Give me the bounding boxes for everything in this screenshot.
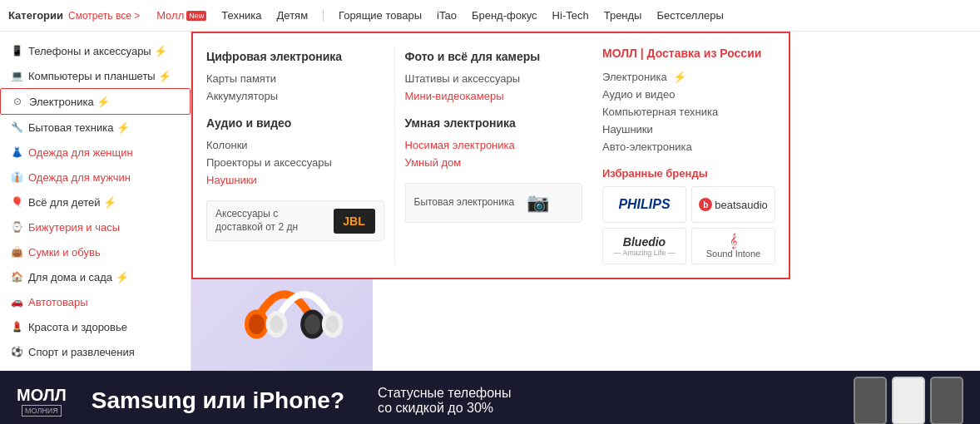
- bottom-banner-logo: МОЛЛ МОЛНИЯ: [17, 386, 67, 417]
- nav-item-kids[interactable]: Детям: [277, 9, 309, 22]
- smart-home-link[interactable]: Умный дом: [405, 154, 583, 171]
- philips-brand-card[interactable]: PHILIPS: [602, 186, 686, 223]
- digital-electronics-section: Цифровая электроника Карты памяти Аккуму…: [206, 50, 384, 105]
- dropdown-col-1: Цифровая электроника Карты памяти Аккуму…: [206, 47, 394, 264]
- lightning-icon-home: ⚡: [116, 271, 129, 283]
- nav-items: Молл New Техника Детям Горящие товары iT…: [156, 9, 724, 22]
- sidebar-item-auto[interactable]: 🚗 Автотовары: [0, 289, 191, 314]
- smart-electronics-title: Умная электроника: [405, 116, 583, 130]
- phone-mockup: [854, 377, 963, 424]
- tripods-link[interactable]: Штативы и аксессуары: [405, 70, 583, 87]
- nav-item-itao[interactable]: iTao: [437, 9, 457, 22]
- bottom-banner-right: [854, 377, 963, 424]
- lightning-icon-kids: ⚡: [103, 196, 116, 209]
- jbl-icon: JBL: [334, 209, 375, 234]
- dropdown-col-3: МОЛЛ | Доставка из России Электроника ⚡ …: [592, 47, 775, 264]
- sidebar-item-men[interactable]: 👔 Одежда для мужчин: [0, 165, 191, 190]
- sidebar-item-electronics[interactable]: ⊙ Электроника ⚡: [0, 88, 191, 115]
- memory-cards-link[interactable]: Карты памяти: [206, 70, 384, 87]
- nav-item-tech[interactable]: Техника: [221, 9, 261, 22]
- batteries-link[interactable]: Аккумуляторы: [206, 87, 384, 105]
- sidebar-item-bags[interactable]: 👜 Сумки и обувь: [0, 239, 191, 264]
- beauty-icon: 💄: [10, 320, 23, 333]
- jbl-brand-card[interactable]: Аксессуары с доставкой от 2 дн JBL: [206, 200, 384, 241]
- moll-title: МОЛЛ | Доставка из России: [602, 47, 775, 60]
- sidebar-item-sport[interactable]: ⚽ Спорт и развлечения: [0, 339, 191, 364]
- svg-point-7: [326, 316, 339, 333]
- moll-audio-link[interactable]: Аудио и видео: [602, 86, 775, 103]
- women-icon: 👗: [10, 145, 23, 159]
- sidebar-item-home[interactable]: 🏠 Для дома и сада ⚡: [0, 264, 191, 289]
- bottom-banner-heading: Samsung или iPhone?: [92, 387, 344, 414]
- bluedio-brand-card[interactable]: Bluedio — Amazing Life —: [602, 228, 686, 264]
- moll-computers-link[interactable]: Компьютерная техника: [602, 103, 775, 121]
- nav-item-hitech[interactable]: Hi-Tech: [552, 9, 589, 22]
- lightning-icon-appliances: ⚡: [116, 121, 130, 134]
- audio-video-section: Аудио и видео Колонки Проекторы и аксесс…: [206, 116, 384, 189]
- photo-title: Фото и всё для камеры: [405, 50, 583, 63]
- brands-section-title: Избранные бренды: [602, 167, 775, 180]
- sidebar-item-computers[interactable]: 💻 Компьютеры и планшеты ⚡: [0, 63, 191, 88]
- kids-icon: 🎈: [10, 195, 23, 209]
- sidebar-item-appliances[interactable]: 🔧 Бытовая техника ⚡: [0, 115, 191, 140]
- lightning-icon-computers: ⚡: [158, 70, 171, 82]
- headphones-link[interactable]: Наушники: [206, 171, 384, 189]
- sport-icon: ⚽: [10, 345, 23, 358]
- home-icon: 🏠: [10, 270, 23, 283]
- lightning-icon: ⚡: [673, 71, 686, 83]
- camera-brand-card[interactable]: Бытовая электроника 📷: [405, 183, 583, 223]
- beats-circle: b: [699, 198, 712, 211]
- moll-electronics-link[interactable]: Электроника ⚡: [602, 68, 775, 86]
- bluedio-logo: Bluedio — Amazing Life —: [613, 235, 676, 257]
- bottom-banner-description: Статусные телефоны со скидкой до 30%: [378, 386, 511, 416]
- see-all-link[interactable]: Смотреть все >: [68, 10, 140, 22]
- nav-item-hot[interactable]: Горящие товары: [339, 9, 422, 22]
- sidebar-item-women[interactable]: 👗 Одежда для женщин: [0, 140, 191, 165]
- minicam-link[interactable]: Мини-видеокамеры: [405, 87, 583, 105]
- lightning-icon-phones: ⚡: [154, 45, 167, 57]
- sidebar-item-phones[interactable]: 📱 Телефоны и аксессуары ⚡: [0, 38, 191, 63]
- computer-icon: 💻: [10, 69, 23, 82]
- top-navigation: Категории Смотреть все > Молл New Техник…: [0, 0, 980, 32]
- svg-point-3: [304, 314, 320, 334]
- nav-item-bestsellers[interactable]: Бестселлеры: [656, 9, 723, 22]
- beats-logo: b beatsaudio: [699, 198, 768, 211]
- speakers-link[interactable]: Колонки: [206, 136, 384, 154]
- smart-electronics-section: Умная электроника Носимая электроника Ум…: [405, 116, 583, 171]
- camera-icon: 📷: [521, 190, 554, 215]
- nav-separator-1: [323, 10, 324, 22]
- nav-item-trends[interactable]: Тренды: [604, 9, 642, 22]
- sidebar-item-beauty[interactable]: 💄 Красота и здоровье: [0, 314, 191, 339]
- electronics-icon: ⊙: [11, 95, 24, 108]
- sidebar-item-jewelry[interactable]: ⌚ Бижутерия и часы: [0, 214, 191, 239]
- photo-section: Фото и всё для камеры Штативы и аксессуа…: [405, 50, 583, 105]
- svg-point-5: [270, 316, 283, 333]
- phone-icon: 📱: [10, 44, 23, 57]
- main-container: 📱 Телефоны и аксессуары ⚡ 💻 Компьютеры и…: [0, 32, 980, 371]
- digital-electronics-title: Цифровая электроника: [206, 50, 384, 63]
- bottom-banner: МОЛЛ МОЛНИЯ Samsung или iPhone? Статусны…: [0, 371, 980, 424]
- appliance-icon: 🔧: [10, 121, 23, 134]
- white-phone: [892, 377, 925, 424]
- dropdown-panel: Цифровая электроника Карты памяти Аккуму…: [191, 32, 790, 279]
- nav-item-brand[interactable]: Бренд-фокус: [472, 9, 537, 22]
- auto-icon: 🚗: [10, 295, 23, 308]
- philips-logo: PHILIPS: [618, 197, 670, 212]
- wearable-link[interactable]: Носимая электроника: [405, 136, 583, 154]
- soundintone-brand-card[interactable]: 𝄞 Sound Intone: [691, 228, 775, 264]
- dark-phone: [854, 377, 887, 424]
- moll-headphones-link[interactable]: Наушники: [602, 121, 775, 138]
- brand-logos-grid: PHILIPS b beatsaudio Bluedio — Amazing L…: [602, 186, 775, 264]
- moll-auto-electronics-link[interactable]: Авто-электроника: [602, 138, 775, 155]
- soundintone-logo: 𝄞 Sound Intone: [706, 234, 760, 259]
- bags-icon: 👜: [10, 245, 23, 259]
- lightning-icon-electronics: ⚡: [97, 96, 110, 108]
- sidebar-item-kids[interactable]: 🎈 Всё для детей ⚡: [0, 190, 191, 214]
- nav-item-moll[interactable]: Молл New: [156, 9, 206, 22]
- dropdown-col-2: Фото и всё для камеры Штативы и аксессуа…: [394, 47, 593, 264]
- beats-brand-card[interactable]: b beatsaudio: [691, 186, 775, 223]
- svg-point-1: [249, 314, 265, 334]
- bottom-banner-logo-text: МОЛЛ: [17, 386, 67, 405]
- projectors-link[interactable]: Проекторы и аксессуары: [206, 154, 384, 171]
- categories-label: Категории: [8, 9, 63, 22]
